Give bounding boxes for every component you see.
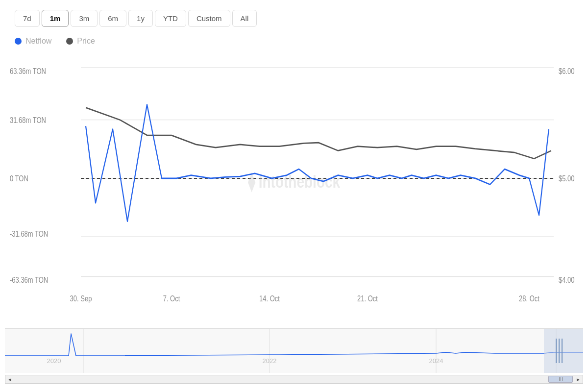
svg-rect-20 — [5, 329, 583, 373]
chart-legend: Netflow Price — [5, 37, 583, 46]
legend-price: Price — [66, 37, 95, 46]
svg-text:30. Sep: 30. Sep — [70, 294, 92, 303]
svg-text:$5.00: $5.00 — [559, 174, 575, 183]
svg-text:21. Oct: 21. Oct — [357, 294, 378, 303]
main-container: 7d 1m 3m 6m 1y YTD Custom All Netflow Pr… — [0, 0, 588, 392]
btn-ytd[interactable]: YTD — [155, 10, 186, 27]
svg-text:2020: 2020 — [47, 357, 61, 365]
svg-text:63.36m TON: 63.36m TON — [10, 67, 46, 75]
legend-dot-netflow — [15, 38, 22, 45]
svg-text:14. Oct: 14. Oct — [259, 294, 280, 303]
scroll-right-arrow[interactable]: ► — [574, 376, 583, 383]
btn-all[interactable]: All — [232, 10, 257, 27]
legend-label-netflow: Netflow — [25, 37, 51, 46]
btn-1m[interactable]: 1m — [42, 10, 69, 27]
scroll-left-arrow[interactable]: ◄ — [5, 376, 14, 383]
svg-text:-31.68m TON: -31.68m TON — [10, 230, 48, 239]
svg-text:0 TON: 0 TON — [10, 174, 28, 183]
svg-text:31.68m TON: 31.68m TON — [10, 116, 46, 125]
svg-rect-28 — [544, 329, 583, 373]
grip-line-3 — [562, 377, 563, 381]
svg-text:2024: 2024 — [429, 357, 443, 365]
btn-1y[interactable]: 1y — [128, 10, 153, 27]
legend-dot-price — [66, 38, 73, 45]
svg-text:7. Oct: 7. Oct — [163, 294, 180, 303]
svg-text:-63.36m TON: -63.36m TON — [10, 276, 48, 285]
svg-text:$6.00: $6.00 — [559, 67, 575, 75]
btn-custom[interactable]: Custom — [188, 10, 230, 27]
svg-text:28. Oct: 28. Oct — [519, 294, 539, 303]
grip-line-2 — [561, 377, 561, 381]
svg-text:$4.00: $4.00 — [559, 276, 575, 285]
btn-3m[interactable]: 3m — [71, 10, 98, 27]
time-range-toolbar: 7d 1m 3m 6m 1y YTD Custom All — [5, 10, 583, 27]
scrollbar-thumb[interactable] — [548, 376, 573, 383]
chart-svg: 63.36m TON 31.68m TON 0 TON -31.68m TON … — [5, 55, 583, 326]
btn-7d[interactable]: 7d — [15, 10, 40, 27]
grip-line-1 — [559, 377, 560, 381]
overview-svg: 2020 2022 2024 — [5, 329, 583, 373]
chart-wrapper: 63.36m TON 31.68m TON 0 TON -31.68m TON … — [5, 55, 583, 387]
main-chart[interactable]: 63.36m TON 31.68m TON 0 TON -31.68m TON … — [5, 55, 583, 326]
btn-6m[interactable]: 6m — [99, 10, 126, 27]
overview-chart: 2020 2022 2024 ◄ ► — [5, 328, 583, 387]
svg-text:2022: 2022 — [263, 357, 277, 365]
legend-label-price: Price — [77, 37, 95, 46]
legend-netflow: Netflow — [15, 37, 51, 46]
overview-scrollbar[interactable]: ◄ ► — [5, 375, 583, 384]
